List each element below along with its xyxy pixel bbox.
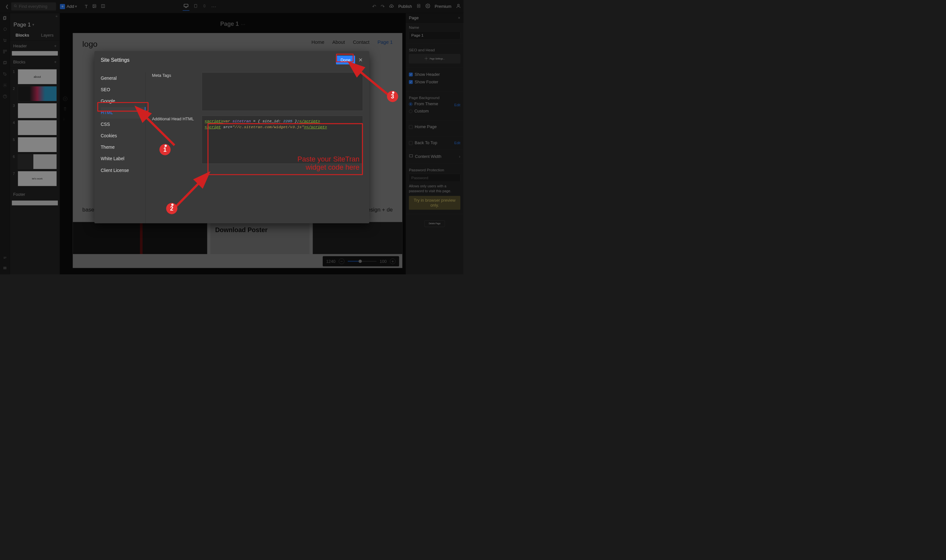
- modal-menu-theme[interactable]: Theme: [101, 142, 146, 153]
- additional-head-label: Additional Head HTML: [152, 116, 202, 164]
- site-settings-modal: Site Settings Done ✕ General SEO Google …: [94, 51, 369, 223]
- annotation-marker-3: 3: [387, 91, 398, 102]
- close-modal-icon[interactable]: ✕: [358, 57, 363, 63]
- modal-title: Site Settings: [101, 57, 129, 63]
- modal-overlay: Site Settings Done ✕ General SEO Google …: [0, 0, 464, 274]
- modal-menu-seo[interactable]: SEO: [101, 84, 146, 95]
- meta-tags-textarea[interactable]: [202, 72, 363, 111]
- meta-tags-label: Meta Tags: [152, 72, 202, 111]
- additional-head-textarea[interactable]: <script>var sitetran = { site_id: 2205 }…: [202, 116, 363, 164]
- modal-content: Meta Tags Additional Head HTML <script>v…: [146, 72, 369, 223]
- done-button[interactable]: Done: [336, 55, 355, 65]
- modal-menu-google[interactable]: Google: [101, 95, 146, 107]
- modal-menu-general[interactable]: General: [101, 72, 146, 84]
- modal-sidebar: General SEO Google HTML CSS Cookies Them…: [94, 72, 146, 223]
- modal-menu-cookies[interactable]: Cookies: [101, 130, 146, 142]
- modal-menu-html[interactable]: HTML: [101, 107, 146, 118]
- modal-menu-whitelabel[interactable]: White Label: [101, 153, 146, 165]
- modal-menu-css[interactable]: CSS: [101, 118, 146, 130]
- modal-menu-license[interactable]: Client License: [101, 165, 146, 176]
